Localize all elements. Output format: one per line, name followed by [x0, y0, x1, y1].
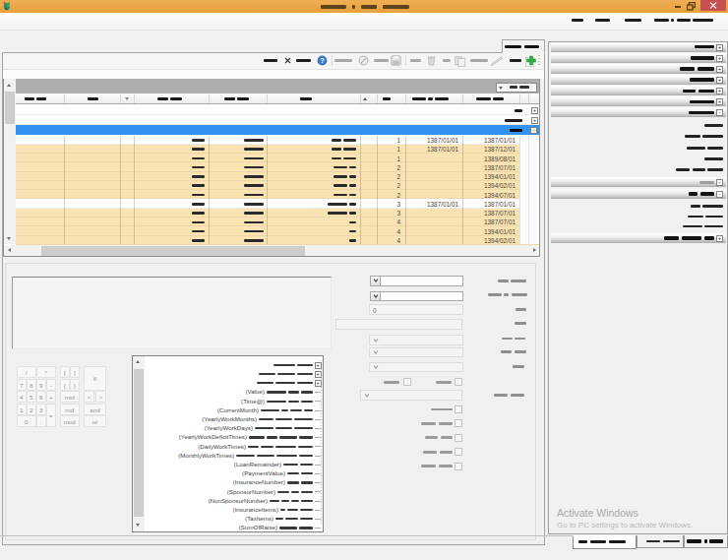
svg-text:?: ?: [320, 56, 325, 65]
